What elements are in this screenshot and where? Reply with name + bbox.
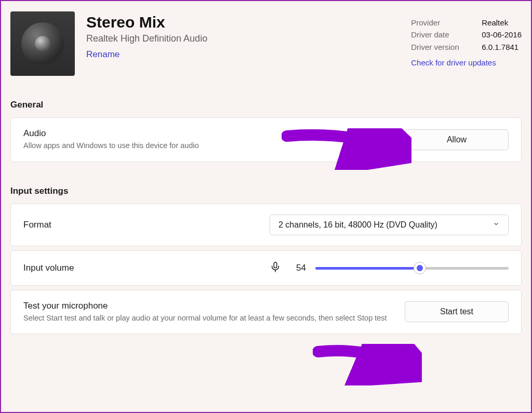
chevron-down-icon bbox=[493, 220, 500, 229]
mic-test-desc: Select Start test and talk or play audio… bbox=[23, 313, 394, 324]
format-card: Format 2 channels, 16 bit, 48000 Hz (DVD… bbox=[10, 204, 522, 246]
rename-link[interactable]: Rename bbox=[86, 49, 119, 60]
section-input-settings: Input settings bbox=[10, 186, 522, 196]
device-title: Stereo Mix bbox=[86, 14, 400, 31]
svg-rect-0 bbox=[274, 262, 277, 268]
format-label: Format bbox=[23, 220, 259, 230]
provider-value: Realtek bbox=[482, 17, 508, 29]
check-driver-updates-link[interactable]: Check for driver updates bbox=[411, 58, 522, 67]
mic-test-card: Test your microphone Select Start test a… bbox=[10, 290, 522, 335]
driver-date-label: Driver date bbox=[411, 29, 467, 41]
audio-title: Audio bbox=[23, 128, 394, 139]
input-volume-card: Input volume 54 bbox=[10, 250, 522, 286]
device-header: Stereo Mix Realtek High Definition Audio… bbox=[10, 11, 522, 76]
annotation-arrow-icon bbox=[313, 344, 422, 385]
input-volume-slider[interactable] bbox=[315, 263, 509, 273]
format-select[interactable]: 2 channels, 16 bit, 48000 Hz (DVD Qualit… bbox=[270, 215, 509, 235]
provider-label: Provider bbox=[411, 17, 467, 29]
input-volume-value: 54 bbox=[290, 263, 306, 273]
start-test-button[interactable]: Start test bbox=[405, 301, 509, 322]
allow-button[interactable]: Allow bbox=[405, 129, 509, 150]
speaker-icon bbox=[21, 22, 64, 65]
audio-allow-card: Audio Allow apps and Windows to use this… bbox=[10, 117, 522, 162]
slider-thumb[interactable] bbox=[414, 262, 426, 274]
mic-test-title: Test your microphone bbox=[23, 301, 394, 311]
device-subtitle: Realtek High Definition Audio bbox=[86, 33, 400, 44]
microphone-icon bbox=[270, 261, 281, 275]
input-volume-label: Input volume bbox=[23, 263, 259, 273]
driver-date-value: 03-06-2016 bbox=[482, 29, 522, 41]
format-selected-value: 2 channels, 16 bit, 48000 Hz (DVD Qualit… bbox=[278, 220, 437, 230]
device-text: Stereo Mix Realtek High Definition Audio… bbox=[86, 11, 400, 60]
audio-desc: Allow apps and Windows to use this devic… bbox=[23, 141, 394, 151]
driver-info: Provider Realtek Driver date 03-06-2016 … bbox=[411, 11, 522, 67]
driver-version-value: 6.0.1.7841 bbox=[482, 41, 518, 53]
section-general: General bbox=[10, 100, 522, 110]
driver-version-label: Driver version bbox=[411, 41, 467, 53]
device-icon bbox=[10, 11, 75, 76]
